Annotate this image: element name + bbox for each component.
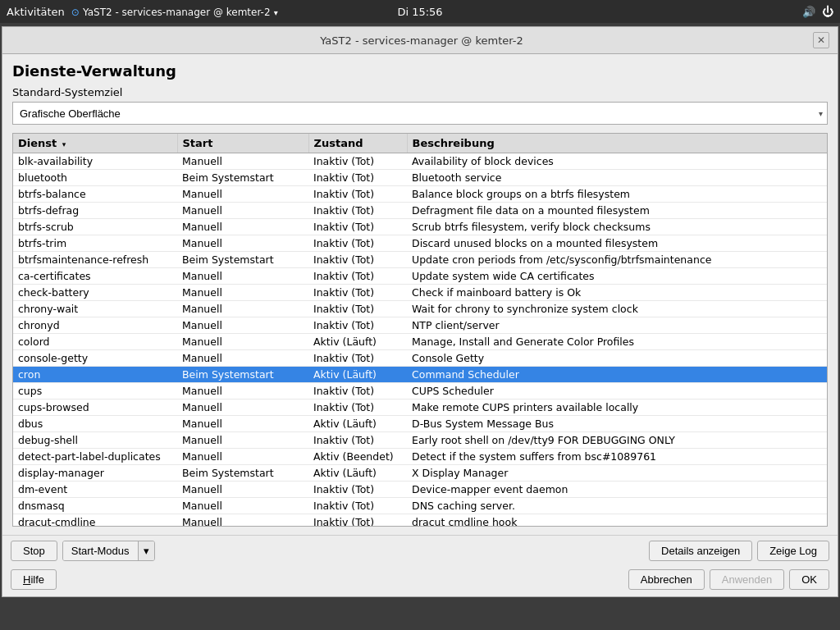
app-name-bar: YaST2 - services-manager @ kemter-2 (83, 7, 271, 18)
col-header-service[interactable]: Dienst ▾ (13, 134, 177, 153)
cell-start: Manuell (177, 399, 308, 416)
table-row[interactable]: blk-availabilityManuellInaktiv (Tot)Avai… (13, 153, 827, 170)
table-row[interactable]: chrony-waitManuellInaktiv (Tot)Wait for … (13, 301, 827, 317)
table-row[interactable]: btrfs-balanceManuellInaktiv (Tot)Balance… (13, 186, 827, 203)
start-mode-split-button[interactable]: Start-Modus ▾ (62, 541, 155, 561)
cell-desc: Availability of block devices (407, 153, 827, 170)
cell-desc: Early root shell on /dev/tty9 FOR DEBUGG… (407, 432, 827, 449)
table-row[interactable]: detect-part-label-duplicatesManuellAktiv… (13, 449, 827, 465)
cell-service: detect-part-label-duplicates (13, 449, 177, 465)
cell-start: Beim Systemstart (177, 252, 308, 268)
cell-service: dm-event (13, 482, 177, 498)
cell-desc: Defragment file data on a mounted filesy… (407, 203, 827, 219)
table-row[interactable]: dnsmasqManuellInaktiv (Tot)DNS caching s… (13, 498, 827, 514)
table-row[interactable]: btrfs-defragManuellInaktiv (Tot)Defragme… (13, 203, 827, 219)
table-row[interactable]: console-gettyManuellInaktiv (Tot)Console… (13, 350, 827, 367)
footer-right-buttons: Abbrechen Anwenden OK (628, 569, 829, 590)
cell-state: Inaktiv (Tot) (308, 153, 407, 170)
table-row[interactable]: chronydManuellInaktiv (Tot)NTP client/se… (13, 317, 827, 334)
hilfe-button[interactable]: Hilfe (11, 569, 57, 590)
cell-start: Manuell (177, 317, 308, 334)
table-row[interactable]: btrfs-trimManuellInaktiv (Tot)Discard un… (13, 235, 827, 252)
table-row[interactable]: ca-certificatesManuellInaktiv (Tot)Updat… (13, 268, 827, 285)
cell-start: Manuell (177, 334, 308, 350)
cell-desc: Manage, Install and Generate Color Profi… (407, 334, 827, 350)
cell-service: dracut-cmdline (13, 514, 177, 527)
system-target-dropdown[interactable]: Grafische Oberfläche Multi-User Rettungs… (12, 102, 828, 125)
abbrechen-button[interactable]: Abbrechen (628, 569, 705, 590)
system-bar: Aktivitäten ⊙ YaST2 - services-manager @… (0, 0, 840, 23)
cell-desc: X Display Manager (407, 465, 827, 482)
cell-start: Manuell (177, 235, 308, 252)
cell-desc: Check if mainboard battery is Ok (407, 285, 827, 301)
details-button[interactable]: Details anzeigen (649, 541, 752, 561)
cell-service: debug-shell (13, 432, 177, 449)
table-row[interactable]: cronBeim SystemstartAktiv (Läuft)Command… (13, 367, 827, 383)
col-header-state[interactable]: Zustand (308, 134, 407, 153)
cell-state: Aktiv (Läuft) (308, 465, 407, 482)
cell-start: Beim Systemstart (177, 170, 308, 186)
cell-desc: Scrub btrfs filesystem, verify block che… (407, 219, 827, 235)
cell-desc: Discard unused blocks on a mounted files… (407, 235, 827, 252)
cell-state: Inaktiv (Tot) (308, 482, 407, 498)
cell-start: Beim Systemstart (177, 367, 308, 383)
activities-button[interactable]: Aktivitäten (7, 6, 65, 18)
dialog-close-button[interactable]: ✕ (813, 32, 829, 48)
cell-state: Inaktiv (Tot) (308, 268, 407, 285)
table-row[interactable]: dracut-cmdlineManuellInaktiv (Tot)dracut… (13, 514, 827, 527)
page-title: Dienste-Verwaltung (12, 62, 828, 80)
sort-icon: ▾ (62, 140, 66, 148)
system-time: Di 15:56 (397, 6, 442, 18)
stop-button[interactable]: Stop (11, 541, 57, 561)
cell-state: Inaktiv (Tot) (308, 219, 407, 235)
cell-service: display-manager (13, 465, 177, 482)
cell-service: btrfs-trim (13, 235, 177, 252)
table-row[interactable]: cups-browsedManuellInaktiv (Tot)Make rem… (13, 399, 827, 416)
cell-start: Manuell (177, 514, 308, 527)
cell-service: cups (13, 383, 177, 399)
cell-state: Inaktiv (Tot) (308, 514, 407, 527)
cell-service: check-battery (13, 285, 177, 301)
table-row[interactable]: dm-eventManuellInaktiv (Tot)Device-mappe… (13, 482, 827, 498)
col-header-start[interactable]: Start (177, 134, 308, 153)
chevron-down-icon[interactable]: ▾ (274, 8, 278, 17)
start-mode-arrow-button[interactable]: ▾ (138, 541, 154, 560)
table-row[interactable]: display-managerBeim SystemstartAktiv (Lä… (13, 465, 827, 482)
cell-desc: dracut cmdline hook (407, 514, 827, 527)
table-row[interactable]: dbusManuellAktiv (Läuft)D-Bus System Mes… (13, 416, 827, 432)
hilfe-label: ilfe (30, 573, 44, 586)
cell-desc: DNS caching server. (407, 498, 827, 514)
ok-button[interactable]: OK (789, 569, 829, 590)
section-label: Standard-Systemziel (12, 86, 828, 98)
services-table-container[interactable]: Dienst ▾ Start Zustand Beschreibung blk-… (12, 133, 828, 527)
table-row[interactable]: cupsManuellInaktiv (Tot)CUPS Scheduler (13, 383, 827, 399)
table-row[interactable]: check-batteryManuellInaktiv (Tot)Check i… (13, 285, 827, 301)
footer-left-buttons: Hilfe (11, 569, 57, 590)
cell-desc: Detect if the system suffers from bsc#10… (407, 449, 827, 465)
cell-state: Inaktiv (Tot) (308, 186, 407, 203)
cell-start: Manuell (177, 268, 308, 285)
table-row[interactable]: colordManuellAktiv (Läuft)Manage, Instal… (13, 334, 827, 350)
volume-icon[interactable]: 🔊 (802, 6, 815, 18)
anwenden-button[interactable]: Anwenden (710, 569, 784, 590)
cell-desc: Balance block groups on a btrfs filesyst… (407, 186, 827, 203)
table-row[interactable]: btrfs-scrubManuellInaktiv (Tot)Scrub btr… (13, 219, 827, 235)
table-body: blk-availabilityManuellInaktiv (Tot)Avai… (13, 153, 827, 527)
table-row[interactable]: btrfsmaintenance-refreshBeim Systemstart… (13, 252, 827, 268)
cell-state: Inaktiv (Tot) (308, 203, 407, 219)
cell-start: Manuell (177, 482, 308, 498)
cell-state: Aktiv (Beendet) (308, 449, 407, 465)
col-header-desc[interactable]: Beschreibung (407, 134, 827, 153)
cell-start: Manuell (177, 301, 308, 317)
dialog-window: YaST2 - services-manager @ kemter-2 ✕ Di… (2, 26, 838, 597)
log-button[interactable]: Zeige Log (757, 541, 829, 561)
power-icon[interactable]: ⏻ (822, 5, 833, 18)
start-mode-button[interactable]: Start-Modus (63, 541, 138, 560)
table-row[interactable]: debug-shellManuellInaktiv (Tot)Early roo… (13, 432, 827, 449)
cell-start: Manuell (177, 432, 308, 449)
cell-service: ca-certificates (13, 268, 177, 285)
table-row[interactable]: bluetoothBeim SystemstartInaktiv (Tot)Bl… (13, 170, 827, 186)
cell-start: Manuell (177, 350, 308, 367)
cell-desc: NTP client/server (407, 317, 827, 334)
cell-state: Inaktiv (Tot) (308, 350, 407, 367)
